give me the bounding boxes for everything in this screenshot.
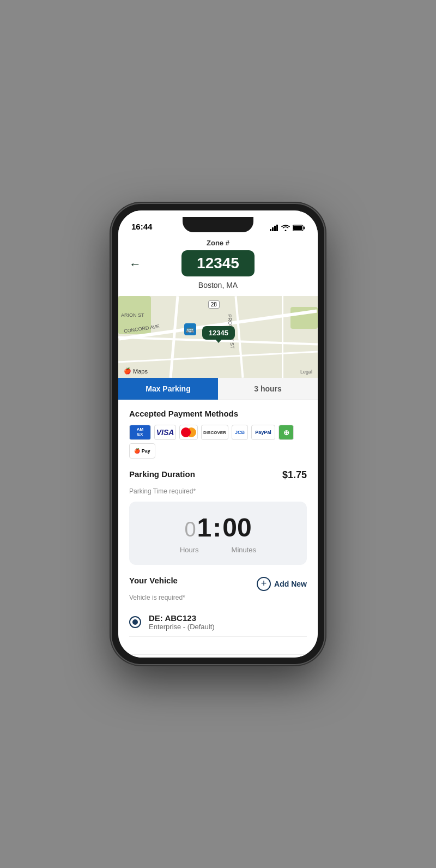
tab-max-parking[interactable]: Max Parking: [118, 378, 218, 400]
back-button[interactable]: ←: [129, 257, 141, 272]
add-new-vehicle-button[interactable]: + Add New: [257, 577, 307, 591]
apple-maps-label: 🍎 Maps: [124, 367, 148, 375]
parking-duration-title: Parking Duration: [129, 469, 195, 479]
paypal-card: PayPal: [251, 425, 275, 440]
minutes-label: Minutes: [232, 546, 257, 554]
time-zero-prefix: 0: [184, 518, 196, 541]
status-icons: [270, 225, 305, 231]
map-road: [118, 351, 318, 363]
vehicle-radio-button[interactable]: [129, 616, 141, 628]
payment-methods: AMEX VISA DISCOVER JCB PayPal ⊕ 🍎 Pay: [129, 425, 307, 459]
vehicle-title: Your Vehicle: [129, 576, 178, 585]
amex-card: AMEX: [129, 425, 151, 440]
tab-3-hours[interactable]: 3 hours: [218, 378, 318, 400]
map-background: 28 ARION ST CONCORD AVE PROSPECT ST 🚌 12…: [118, 296, 318, 378]
time-hours: 1: [197, 513, 212, 542]
visa-card: VISA: [154, 425, 176, 440]
vehicle-section: Your Vehicle + Add New Vehicle is requir…: [129, 576, 307, 637]
apple-logo: 🍎: [124, 367, 131, 375]
map-container: 28 ARION ST CONCORD AVE PROSPECT ST 🚌 12…: [118, 296, 318, 378]
zone-label: Zone #: [207, 239, 229, 247]
scroll-content: ← Zone # 12345 Boston, MA: [118, 234, 318, 658]
parking-duration-section: Parking Duration $1.75 Parking Time requ…: [129, 469, 307, 565]
wifi-icon: [281, 225, 290, 231]
location-label: Boston, MA: [198, 281, 238, 290]
duration-header: Parking Duration $1.75: [129, 469, 307, 485]
map-road: [234, 296, 244, 378]
svg-rect-1: [272, 227, 274, 231]
main-content: Accepted Payment Methods AMEX VISA DISCO…: [118, 400, 318, 654]
payment-methods-title: Accepted Payment Methods: [129, 409, 307, 418]
add-new-label: Add New: [274, 580, 307, 588]
mastercard-card: [179, 425, 198, 440]
checkout-section: Proceed To Checkout: [118, 654, 318, 658]
gpay-card: ⊕: [278, 425, 294, 440]
jcb-card: JCB: [232, 425, 248, 440]
header-center: Zone # 12345 Boston, MA: [181, 239, 255, 290]
parking-price: $1.75: [282, 469, 307, 481]
map-pin-label: 12345: [202, 326, 235, 340]
zone-badge: 12345: [181, 250, 255, 276]
vehicle-plate: DE: ABC123: [149, 613, 215, 623]
svg-rect-5: [293, 226, 302, 230]
vehicle-description: Enterprise - (Default): [149, 623, 215, 631]
signal-icon: [270, 225, 278, 231]
svg-rect-0: [270, 229, 271, 231]
status-time: 16:44: [131, 222, 152, 231]
radio-inner-dot: [132, 619, 138, 625]
header: ← Zone # 12345 Boston, MA: [118, 234, 318, 296]
tabs: Max Parking 3 hours: [118, 378, 318, 400]
time-colon: :: [213, 513, 221, 542]
svg-rect-3: [276, 225, 278, 231]
time-minutes: 00: [222, 513, 251, 542]
svg-rect-6: [304, 227, 305, 230]
map-road: [169, 296, 179, 378]
battery-icon: [293, 225, 305, 231]
discover-card: DISCOVER: [201, 425, 228, 440]
mastercard-red-circle: [181, 427, 191, 437]
applepay-card: 🍎 Pay: [129, 443, 155, 459]
vehicle-item[interactable]: DE: ABC123 Enterprise - (Default): [129, 608, 307, 637]
map-route-label: 28: [208, 300, 220, 309]
map-zone-pin: 12345: [202, 326, 235, 340]
time-picker[interactable]: 0 1 : 00 Hours Minutes: [129, 502, 307, 565]
time-display: 0 1 : 00: [184, 513, 251, 542]
vehicle-required-label: Vehicle is required*: [129, 594, 307, 601]
hours-label: Hours: [180, 546, 199, 554]
add-circle-icon: +: [257, 577, 271, 591]
vehicle-header: Your Vehicle + Add New: [129, 576, 307, 592]
svg-rect-2: [274, 226, 276, 231]
parking-required-label: Parking Time required*: [129, 487, 307, 495]
time-labels: Hours Minutes: [180, 546, 256, 554]
map-street-label: ARION ST: [121, 312, 144, 318]
map-bus-icon: 🚌: [184, 323, 196, 335]
map-road: [282, 296, 283, 378]
vehicle-info: DE: ABC123 Enterprise - (Default): [149, 613, 215, 631]
map-legal-label: Legal: [300, 369, 312, 375]
